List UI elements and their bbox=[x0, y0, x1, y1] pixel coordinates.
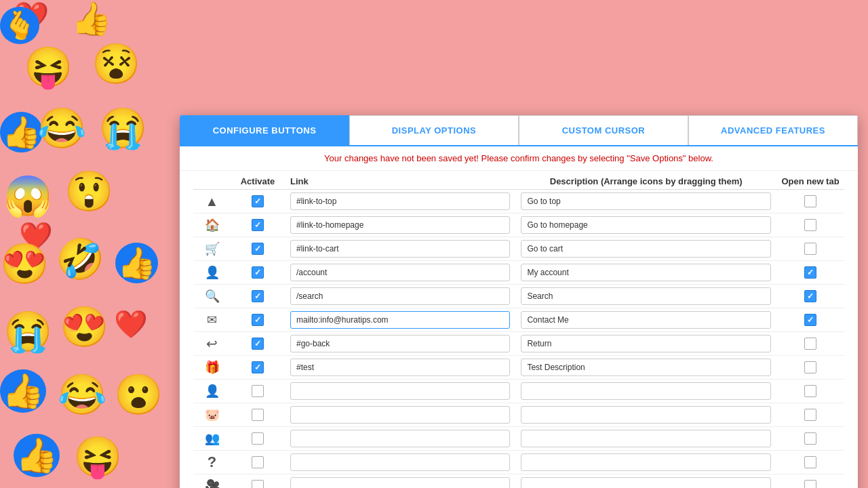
desc-input-1[interactable] bbox=[521, 192, 771, 210]
desc-cell-12 bbox=[515, 453, 776, 471]
link-cell-13 bbox=[285, 477, 515, 488]
checkbox-tab-10[interactable] bbox=[804, 409, 816, 421]
header-activate: Activate bbox=[231, 176, 285, 186]
link-input-3[interactable] bbox=[290, 240, 510, 258]
link-input-10[interactable] bbox=[290, 406, 510, 424]
checkbox-activate-2[interactable] bbox=[252, 219, 264, 231]
checkbox-tab-12[interactable] bbox=[804, 456, 816, 468]
desc-input-12[interactable] bbox=[521, 453, 771, 471]
activate-cell-8 bbox=[231, 361, 285, 373]
checkbox-tab-9[interactable] bbox=[804, 385, 816, 397]
table-row: 🎥 bbox=[193, 474, 844, 488]
desc-input-8[interactable] bbox=[521, 359, 771, 376]
row-icon-search: 🔍 bbox=[193, 289, 231, 304]
desc-cell-8 bbox=[515, 359, 776, 376]
header-description: Description (Arrange icons by dragging t… bbox=[515, 176, 776, 186]
desc-input-3[interactable] bbox=[521, 240, 771, 258]
checkbox-activate-5[interactable] bbox=[252, 290, 264, 302]
link-input-2[interactable] bbox=[290, 216, 510, 234]
checkbox-tab-4[interactable] bbox=[804, 266, 816, 279]
desc-input-6[interactable] bbox=[521, 311, 771, 329]
desc-input-4[interactable] bbox=[521, 264, 771, 281]
link-input-11[interactable] bbox=[290, 430, 510, 447]
tab-cursor[interactable]: CUSTOM CURSOR bbox=[519, 115, 688, 145]
checkbox-tab-6[interactable] bbox=[804, 314, 816, 326]
checkbox-activate-11[interactable] bbox=[252, 432, 264, 445]
checkbox-tab-11[interactable] bbox=[804, 432, 816, 445]
main-panel: CONFIGURE BUTTONS DISPLAY OPTIONS CUSTOM… bbox=[180, 115, 858, 488]
checkbox-tab-2[interactable] bbox=[804, 219, 816, 231]
checkbox-tab-1[interactable] bbox=[804, 195, 816, 207]
desc-input-2[interactable] bbox=[521, 216, 771, 234]
link-input-8[interactable] bbox=[290, 359, 510, 376]
link-input-9[interactable] bbox=[290, 382, 510, 400]
emoji-face-7: 😍 bbox=[0, 241, 49, 287]
header-link: Link bbox=[285, 176, 515, 186]
link-input-6[interactable] bbox=[290, 311, 510, 329]
link-cell-6 bbox=[285, 311, 515, 329]
emoji-face-1: 😝 bbox=[24, 44, 73, 90]
table-row: 👤 bbox=[193, 380, 844, 403]
desc-input-10[interactable] bbox=[521, 406, 771, 424]
desc-input-11[interactable] bbox=[521, 430, 771, 447]
desc-input-5[interactable] bbox=[521, 287, 771, 305]
checkbox-activate-12[interactable] bbox=[252, 456, 264, 468]
desc-cell-1 bbox=[515, 192, 776, 210]
link-input-5[interactable] bbox=[290, 287, 510, 305]
activate-cell-4 bbox=[231, 266, 285, 279]
desc-cell-9 bbox=[515, 382, 776, 400]
tab-display[interactable]: DISPLAY OPTIONS bbox=[349, 115, 519, 145]
link-cell-7 bbox=[285, 335, 515, 352]
row-icon-group: 👥 bbox=[193, 431, 231, 446]
activate-cell-3 bbox=[231, 243, 285, 255]
checkbox-tab-13[interactable] bbox=[804, 480, 816, 488]
tab-advanced[interactable]: ADVANCED FEATURES bbox=[688, 115, 858, 145]
thumbs-up-emoji-1: 👍 bbox=[71, 0, 112, 38]
checkbox-tab-3[interactable] bbox=[804, 243, 816, 255]
desc-cell-6 bbox=[515, 311, 776, 329]
row-icon-video: 🎥 bbox=[193, 479, 231, 488]
activate-cell-1 bbox=[231, 195, 285, 207]
emoji-face-6: 😲 bbox=[64, 168, 113, 214]
table-row: 👤 bbox=[193, 261, 844, 285]
table-row: ? bbox=[193, 451, 844, 474]
activate-cell-12 bbox=[231, 456, 285, 468]
link-input-7[interactable] bbox=[290, 335, 510, 352]
desc-cell-3 bbox=[515, 240, 776, 258]
checkbox-activate-9[interactable] bbox=[252, 385, 264, 397]
desc-input-7[interactable] bbox=[521, 335, 771, 352]
row-icon-gift: 🎁 bbox=[193, 360, 231, 375]
link-input-12[interactable] bbox=[290, 453, 510, 471]
checkbox-activate-1[interactable] bbox=[252, 195, 264, 207]
desc-input-13[interactable] bbox=[521, 477, 771, 488]
link-input-13[interactable] bbox=[290, 477, 510, 488]
desc-cell-11 bbox=[515, 430, 776, 447]
link-input-4[interactable] bbox=[290, 264, 510, 281]
tab-cell-2 bbox=[776, 219, 844, 231]
emoji-face-3: 😂 bbox=[37, 105, 86, 151]
checkbox-activate-8[interactable] bbox=[252, 361, 264, 373]
checkbox-activate-7[interactable] bbox=[252, 338, 264, 350]
heart-emoji-1: ❤️ bbox=[14, 0, 49, 33]
link-cell-12 bbox=[285, 453, 515, 471]
desc-cell-10 bbox=[515, 406, 776, 424]
heart-emoji-3: ❤️ bbox=[114, 308, 148, 340]
checkbox-tab-8[interactable] bbox=[804, 361, 816, 373]
desc-input-9[interactable] bbox=[521, 382, 771, 400]
checkbox-activate-10[interactable] bbox=[252, 409, 264, 421]
emoji-face-9: 😭 bbox=[3, 308, 52, 354]
emoji-face-8: 🤣 bbox=[56, 236, 104, 282]
checkbox-tab-7[interactable] bbox=[804, 338, 816, 350]
checkbox-activate-13[interactable] bbox=[252, 480, 264, 488]
emoji-face-5: 😱 bbox=[3, 173, 52, 219]
link-input-1[interactable] bbox=[290, 192, 510, 210]
table-row: 👥 bbox=[193, 427, 844, 451]
row-icon-mail: ✉ bbox=[193, 312, 231, 327]
checkbox-activate-4[interactable] bbox=[252, 266, 264, 279]
row-icon-home: 🏠 bbox=[193, 218, 231, 232]
checkbox-activate-3[interactable] bbox=[252, 243, 264, 255]
checkbox-activate-6[interactable] bbox=[252, 314, 264, 326]
tab-configure[interactable]: CONFIGURE BUTTONS bbox=[180, 115, 349, 145]
activate-cell-9 bbox=[231, 385, 285, 397]
checkbox-tab-5[interactable] bbox=[804, 290, 816, 302]
